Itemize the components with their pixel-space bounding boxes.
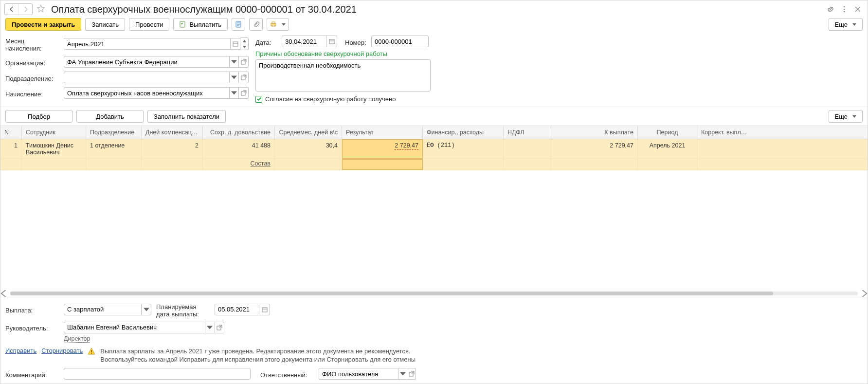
- post-and-close-button[interactable]: Провести и закрыть: [5, 18, 81, 31]
- attach-icon-button[interactable]: [249, 18, 263, 31]
- print-dropdown-button[interactable]: [267, 18, 289, 31]
- sostav-link[interactable]: Состав: [203, 159, 275, 170]
- dept-label: Подразделение:: [5, 73, 59, 82]
- warning-text: Выплата зарплаты за Апрель 2021 г уже пр…: [100, 347, 416, 364]
- responsible-dropdown-button[interactable]: [398, 368, 407, 380]
- responsible-open-button[interactable]: [407, 368, 416, 380]
- nav-forward-button[interactable]: [18, 4, 32, 15]
- org-open-button[interactable]: [239, 56, 249, 68]
- chevron-down-icon: [231, 74, 237, 80]
- cell-ndfl[interactable]: [504, 139, 551, 159]
- kebab-menu-icon[interactable]: [839, 4, 849, 14]
- payout-input[interactable]: [64, 304, 142, 315]
- print-icon: [270, 21, 277, 28]
- favorite-star-icon[interactable]: [36, 4, 45, 15]
- dept-open-button[interactable]: [239, 72, 249, 83]
- cell-comp-days[interactable]: 2: [142, 139, 203, 159]
- cell-n[interactable]: 1: [0, 139, 22, 159]
- cell-period[interactable]: Апрель 2021: [638, 139, 697, 159]
- th-ndfl[interactable]: НДФЛ: [504, 126, 551, 139]
- chevron-down-icon: [400, 371, 406, 377]
- th-topay[interactable]: К выплате: [551, 126, 638, 139]
- calc-dropdown-button[interactable]: [230, 87, 239, 99]
- table-more-button[interactable]: Еще: [829, 110, 863, 123]
- th-dept[interactable]: Подразделение: [86, 126, 142, 139]
- th-result[interactable]: Результат: [342, 126, 423, 139]
- more-button[interactable]: Еще: [829, 18, 863, 31]
- th-corr[interactable]: Коррект. выплаты: [697, 126, 754, 139]
- save-button[interactable]: Записать: [85, 18, 125, 31]
- month-label: Месяц начисления:: [5, 36, 59, 52]
- pay-button[interactable]: Выплатить: [173, 18, 228, 31]
- horizontal-scrollbar[interactable]: [0, 290, 868, 297]
- manager-open-button[interactable]: [215, 322, 224, 333]
- planned-date-input[interactable]: [215, 304, 259, 315]
- consent-checkbox[interactable]: [255, 96, 262, 103]
- comment-input[interactable]: [64, 368, 251, 380]
- number-label: Номер:: [345, 37, 367, 46]
- cell-corr[interactable]: [697, 139, 754, 159]
- calendar-icon: [329, 38, 335, 44]
- storno-link[interactable]: Сторнировать: [41, 347, 83, 354]
- payout-dropdown-button[interactable]: [142, 304, 151, 315]
- pick-button[interactable]: Подбор: [5, 110, 72, 123]
- number-input[interactable]: [371, 36, 429, 47]
- month-spin-up[interactable]: [240, 38, 248, 44]
- date-calendar-button[interactable]: [326, 36, 337, 47]
- consent-label: Согласие на сверхурочную работу получено: [265, 95, 396, 103]
- responsible-input[interactable]: [319, 368, 398, 380]
- cell-dept[interactable]: 1 отделение: [86, 139, 142, 159]
- date-label: Дата:: [255, 37, 278, 46]
- manager-position: Директор: [64, 335, 863, 342]
- post-button[interactable]: Провести: [129, 18, 170, 31]
- cell-result[interactable]: 2 729,47: [342, 139, 423, 159]
- th-fin[interactable]: Финансир., расходы: [423, 126, 504, 139]
- th-comp-days[interactable]: Дней компенсации в\с: [142, 126, 203, 139]
- org-dropdown-button[interactable]: [230, 56, 239, 68]
- month-calendar-button[interactable]: [231, 38, 240, 50]
- add-button[interactable]: Добавить: [76, 110, 144, 123]
- dept-dropdown-button[interactable]: [230, 72, 239, 83]
- manager-dropdown-button[interactable]: [205, 322, 215, 333]
- reason-textarea[interactable]: [255, 59, 431, 91]
- payout-label: Выплата:: [5, 305, 59, 314]
- open-icon: [409, 371, 415, 377]
- th-sokhr[interactable]: Сохр. д. довольствие: [203, 126, 275, 139]
- cell-fin[interactable]: ЕФ (211): [423, 139, 504, 159]
- cell-emp[interactable]: Тимошкин Денис Васильевич: [22, 139, 86, 159]
- org-input[interactable]: [64, 56, 230, 68]
- fix-link[interactable]: Исправить: [5, 347, 36, 354]
- link-icon[interactable]: [826, 4, 835, 14]
- calc-label: Начисление:: [5, 89, 59, 98]
- date-input[interactable]: [282, 36, 326, 47]
- svg-rect-21: [91, 350, 92, 352]
- dept-input[interactable]: [64, 72, 230, 83]
- manager-input[interactable]: [64, 322, 205, 333]
- open-icon: [241, 74, 247, 80]
- cell-topay[interactable]: 2 729,47: [551, 139, 638, 159]
- open-icon: [217, 325, 222, 330]
- svg-rect-9: [272, 22, 275, 23]
- th-emp[interactable]: Сотрудник: [22, 126, 86, 139]
- reason-label: Причины обоснование сверхурочной работы: [255, 50, 431, 57]
- month-input[interactable]: [64, 38, 231, 50]
- month-spin-down[interactable]: [240, 44, 248, 50]
- svg-rect-3: [180, 21, 185, 27]
- org-label: Организация:: [5, 57, 59, 67]
- nav-back-button[interactable]: [5, 4, 18, 15]
- cell-avg-days[interactable]: 30,4: [275, 139, 342, 159]
- th-avg-days[interactable]: Среднемес. дней в\с: [275, 126, 342, 139]
- cell-sokhr[interactable]: 41 488: [203, 139, 275, 159]
- fill-indicators-button[interactable]: Заполнить показатели: [147, 110, 226, 123]
- calc-open-button[interactable]: [239, 87, 249, 99]
- th-n[interactable]: N: [0, 126, 22, 139]
- close-icon[interactable]: [853, 4, 863, 14]
- chevron-down-icon: [144, 307, 149, 312]
- table-row[interactable]: 1 Тимошкин Денис Васильевич 1 отделение …: [0, 139, 868, 159]
- report-icon-button[interactable]: [232, 18, 245, 31]
- calc-input[interactable]: [64, 87, 230, 99]
- comment-label: Комментарий:: [5, 369, 59, 379]
- svg-point-2: [844, 11, 845, 13]
- th-period[interactable]: Период: [638, 126, 697, 139]
- planned-date-calendar-button[interactable]: [259, 304, 270, 315]
